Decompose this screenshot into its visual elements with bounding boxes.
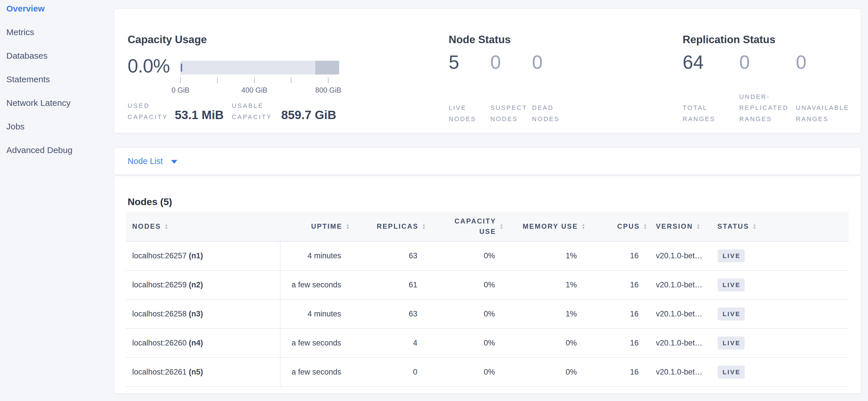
replicas-cell: 61 bbox=[352, 270, 428, 299]
column-header-memory-use[interactable]: MEMORY USE▲▼ bbox=[506, 212, 588, 241]
status-cell: LIVE bbox=[711, 328, 849, 357]
tick-label-800: 800 GiB bbox=[315, 86, 341, 94]
sort-icon: ▲▼ bbox=[643, 223, 648, 230]
sidebar-item-advanced-debug[interactable]: Advanced Debug bbox=[6, 145, 114, 169]
chevron-down-icon bbox=[171, 160, 177, 164]
unavailable-ranges-label: UNAVAILABLE RANGES bbox=[796, 103, 849, 124]
total-ranges-value: 64 bbox=[683, 53, 736, 71]
node-list-selector[interactable]: Node List bbox=[128, 156, 177, 166]
version-cell: v20.1.0-bet… bbox=[650, 299, 711, 328]
tick-mark bbox=[180, 77, 181, 83]
column-header-uptime[interactable]: UPTIME▲▼ bbox=[280, 212, 352, 241]
status-cell: LIVE bbox=[711, 357, 849, 386]
node-link[interactable]: localhost:26259 (n2) bbox=[132, 281, 203, 289]
node-link[interactable]: localhost:26260 (n4) bbox=[132, 339, 203, 347]
column-header-status[interactable]: STATUS▲▼ bbox=[711, 212, 849, 241]
status-cell: LIVE bbox=[711, 299, 849, 328]
dead-nodes-stat: 0 DEAD NODES bbox=[532, 53, 574, 124]
sort-icon: ▲▼ bbox=[422, 223, 427, 230]
usable-capacity-value: 859.7 GiB bbox=[280, 108, 336, 122]
node-name-cell: localhost:26261 (n5) bbox=[126, 357, 280, 386]
under-replicated-ranges-stat: 0 UNDER-REPLICATED RANGES bbox=[739, 53, 796, 124]
capacity-gauge-axis bbox=[180, 77, 339, 83]
capacity-gauge-reserved-segment bbox=[315, 61, 339, 75]
sidebar-item-network-latency[interactable]: Network Latency bbox=[6, 98, 114, 122]
unavailable-ranges-value: 0 bbox=[796, 53, 849, 71]
node-link[interactable]: localhost:26258 (n3) bbox=[132, 310, 203, 318]
total-ranges-stat: 64 TOTAL RANGES bbox=[683, 53, 739, 124]
memory-use-cell: 1% bbox=[506, 299, 588, 328]
column-header-nodes[interactable]: NODES▲▼ bbox=[126, 212, 280, 241]
status-badge: LIVE bbox=[718, 366, 745, 378]
dead-nodes-label: DEAD NODES bbox=[532, 103, 571, 124]
tick-mark bbox=[254, 77, 255, 83]
node-link[interactable]: localhost:26257 (n1) bbox=[132, 251, 203, 260]
status-cell: LIVE bbox=[711, 241, 849, 270]
sidebar-item-metrics[interactable]: Metrics bbox=[6, 27, 114, 51]
used-capacity-label: USED CAPACITY bbox=[128, 101, 174, 122]
memory-use-cell: 1% bbox=[506, 241, 588, 270]
column-label: CPUS bbox=[617, 222, 640, 230]
under-replicated-value: 0 bbox=[739, 53, 793, 71]
status-badge: LIVE bbox=[718, 250, 745, 262]
uptime-cell: a few seconds bbox=[280, 270, 352, 299]
tick-label-0: 0 GiB bbox=[172, 86, 190, 94]
table-row: localhost:26257 (n1) 4 minutes 63 0% 1% … bbox=[126, 241, 849, 270]
column-header-replicas[interactable]: REPLICAS▲▼ bbox=[352, 212, 428, 241]
capacity-use-cell: 0% bbox=[428, 299, 506, 328]
sidebar-item-statements[interactable]: Statements bbox=[6, 75, 114, 98]
column-label: REPLICAS bbox=[377, 222, 418, 230]
version-cell: v20.1.0-bet… bbox=[650, 357, 711, 386]
uptime-cell: 4 minutes bbox=[280, 241, 352, 270]
cpus-cell: 16 bbox=[588, 299, 650, 328]
node-list-selector-card: Node List bbox=[114, 148, 861, 175]
unavailable-ranges-stat: 0 UNAVAILABLE RANGES bbox=[796, 53, 852, 124]
node-name-cell: localhost:26259 (n2) bbox=[126, 270, 280, 299]
capacity-use-cell: 0% bbox=[428, 270, 506, 299]
cpus-cell: 16 bbox=[588, 357, 650, 386]
table-row: localhost:26260 (n4) a few seconds 4 0% … bbox=[126, 328, 849, 357]
column-header-capacity-use[interactable]: CAPACITY USE▲▼ bbox=[428, 212, 506, 241]
node-name-cell: localhost:26257 (n1) bbox=[126, 241, 280, 270]
nodes-card: Nodes (5) NODES▲▼ UPTIME▲▼ REPLICAS▲▼ CA… bbox=[114, 176, 861, 394]
column-label: CAPACITY USE bbox=[449, 216, 496, 237]
version-cell: v20.1.0-bet… bbox=[650, 241, 711, 270]
status-cell: LIVE bbox=[711, 270, 849, 299]
sort-icon: ▲▼ bbox=[346, 223, 350, 230]
sidebar-item-databases[interactable]: Databases bbox=[6, 51, 114, 75]
live-nodes-stat: 5 LIVE NODES bbox=[449, 53, 490, 124]
dead-nodes-value: 0 bbox=[532, 53, 571, 71]
column-label: STATUS bbox=[717, 222, 749, 230]
node-status-stats: 5 LIVE NODES 0 SUSPECT NODES 0 DEAD NODE… bbox=[449, 53, 574, 124]
capacity-use-cell: 0% bbox=[428, 328, 506, 357]
column-label: MEMORY USE bbox=[523, 222, 578, 230]
column-header-version[interactable]: VERSION▲▼ bbox=[650, 212, 711, 241]
column-label: NODES bbox=[132, 222, 161, 230]
column-label: VERSION bbox=[656, 222, 693, 230]
sort-icon: ▲▼ bbox=[164, 223, 169, 230]
sort-icon: ▲▼ bbox=[499, 223, 504, 230]
cpus-cell: 16 bbox=[588, 270, 650, 299]
suspect-nodes-label: SUSPECT NODES bbox=[490, 103, 529, 124]
usable-capacity-label: USABLE CAPACITY bbox=[232, 101, 280, 122]
suspect-nodes-stat: 0 SUSPECT NODES bbox=[490, 53, 532, 124]
replicas-cell: 63 bbox=[352, 241, 428, 270]
sidebar-item-jobs[interactable]: Jobs bbox=[6, 122, 114, 145]
capacity-usage-title: Capacity Usage bbox=[128, 34, 207, 46]
memory-use-cell: 0% bbox=[506, 328, 588, 357]
total-ranges-label: TOTAL RANGES bbox=[683, 103, 736, 124]
column-header-cpus[interactable]: CPUS▲▼ bbox=[588, 212, 650, 241]
cpus-cell: 16 bbox=[588, 241, 650, 270]
table-row: localhost:26261 (n5) a few seconds 0 0% … bbox=[126, 357, 849, 386]
memory-use-cell: 0% bbox=[506, 357, 588, 386]
capacity-stats: USED CAPACITY 53.1 MiB USABLE CAPACITY 8… bbox=[128, 101, 336, 122]
cpus-cell: 16 bbox=[588, 328, 650, 357]
capacity-gauge-used-segment bbox=[181, 63, 182, 71]
node-link[interactable]: localhost:26261 (n5) bbox=[132, 368, 203, 376]
capacity-gauge-bar bbox=[180, 61, 339, 75]
status-badge: LIVE bbox=[718, 279, 745, 291]
uptime-cell: 4 minutes bbox=[280, 299, 352, 328]
column-label: UPTIME bbox=[311, 222, 342, 230]
sidebar-item-overview[interactable]: Overview bbox=[6, 4, 114, 27]
cluster-summary-card: Capacity Usage 0.0% 0 GiB 400 GiB 800 Gi… bbox=[114, 9, 861, 133]
